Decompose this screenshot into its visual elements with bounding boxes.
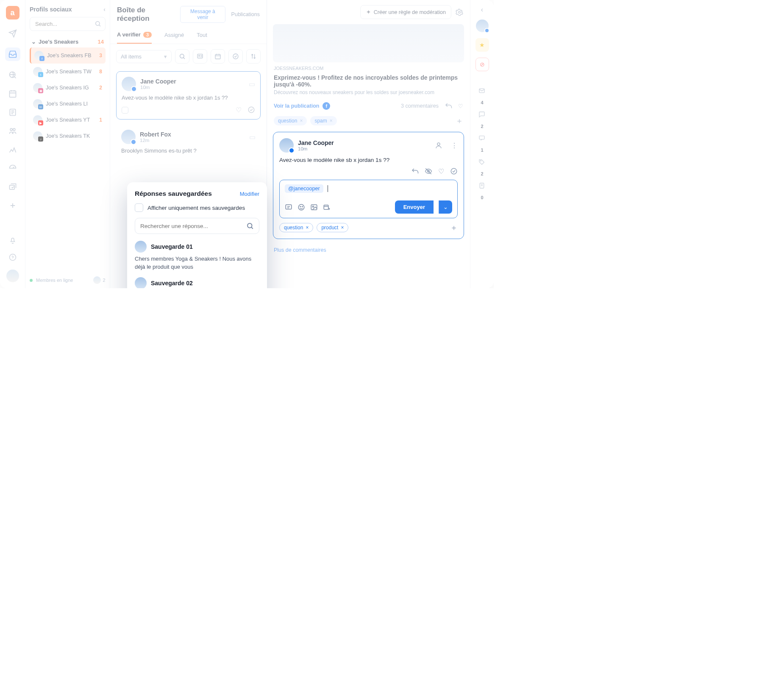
only-mine-checkbox[interactable] [135, 203, 143, 212]
profile-item-yt[interactable]: ▶ Joe's Sneakers YT 1 [30, 112, 106, 128]
date-filter-button[interactable] [211, 49, 225, 64]
heart-icon[interactable]: ♡ [236, 106, 242, 114]
create-rule-button[interactable]: ＋ Créer une règle de modération [360, 5, 451, 19]
search-icon[interactable] [246, 222, 254, 230]
hide-icon[interactable] [425, 167, 432, 175]
linkedin-icon: in [38, 104, 43, 109]
profile-item-fb[interactable]: f Joe's Sneakers FB 3 [30, 47, 106, 64]
collapse-right-icon[interactable]: ‹ [481, 6, 483, 14]
msg-checkbox[interactable] [122, 107, 128, 114]
remove-tag-icon[interactable]: × [306, 225, 309, 231]
tag-label: question [284, 225, 303, 231]
publications-tab[interactable]: Publications [231, 11, 260, 17]
chat-icon[interactable] [285, 203, 292, 211]
nav-team-icon[interactable] [8, 126, 17, 136]
app-logo[interactable]: a [6, 6, 19, 19]
nav-bell-icon[interactable] [8, 236, 17, 245]
tag-spam[interactable]: spam× [310, 116, 336, 125]
heart-icon[interactable]: ♡ [438, 167, 444, 175]
nav-analytics-icon[interactable] [8, 145, 17, 154]
msg-time: 10m [140, 85, 176, 90]
message-card-2[interactable]: Robert Fox 12m ▭ Brooklyn Simmons es-tu … [116, 125, 261, 159]
popover-search-input[interactable] [140, 223, 242, 229]
tag-icon[interactable] [478, 159, 487, 165]
message-card-1[interactable]: Jane Cooper 10m ▭ Avez-vous le modèle ni… [116, 71, 261, 120]
profile-item-tw[interactable]: t Joe's Sneakers TW 8 [30, 64, 106, 80]
nav-add-icon[interactable] [8, 201, 17, 210]
user-icon[interactable] [435, 142, 442, 149]
settings-icon[interactable] [456, 8, 463, 16]
reply-icon[interactable] [411, 167, 419, 175]
profile-item-tk[interactable]: ♪ Joe's Sneakers TK [30, 128, 106, 144]
remove-tag-icon[interactable]: × [341, 225, 344, 231]
nav-send-icon[interactable] [8, 29, 17, 38]
collapse-icon[interactable]: ‹ [103, 6, 106, 13]
reply-icon[interactable] [445, 102, 452, 110]
saved-title: Sauvegarde 02 [151, 280, 193, 287]
reply-tag-question[interactable]: question× [279, 223, 313, 232]
image-icon[interactable] [310, 203, 318, 211]
tab-assigned[interactable]: Assigné [164, 31, 184, 44]
profile-group-header[interactable]: ⌄Joe's Sneakers 14 [30, 36, 106, 47]
caret-down-icon: ▾ [164, 53, 167, 60]
nav-user-avatar[interactable] [6, 270, 19, 282]
saved-response-1[interactable]: Sauvegarde 01 Chers membres Yoga & Sneak… [135, 241, 259, 271]
remove-tag-icon[interactable]: × [330, 118, 333, 124]
remove-tag-icon[interactable]: × [300, 118, 303, 124]
popover-search[interactable] [135, 218, 259, 234]
add-tag-icon[interactable]: ＋ [450, 223, 458, 233]
send-button[interactable]: Envoyer [395, 200, 434, 214]
send-options-button[interactable]: ⌄ [439, 200, 452, 214]
tab-all[interactable]: Tout [197, 31, 207, 44]
more-icon[interactable]: ⋮ [451, 142, 458, 150]
saved-response-2[interactable]: Sauvegarde 02 Hello! Nous alimentons le … [135, 277, 259, 288]
search-icon-button[interactable] [175, 49, 189, 64]
mail-icon[interactable] [478, 87, 487, 94]
more-comments-link[interactable]: Plus de commentaires [274, 247, 326, 253]
members-count: 2 [103, 278, 105, 283]
star-chip[interactable]: ★ [475, 38, 489, 52]
block-chip[interactable]: ⊘ [475, 58, 489, 71]
chat-icon[interactable] [478, 135, 487, 142]
nav-globe-icon[interactable] [8, 70, 17, 80]
note-icon[interactable] [478, 182, 487, 189]
right-rail: ‹ ★ ⊘ 4 2 1 2 0 [470, 0, 494, 288]
nav-calendar-icon[interactable] [8, 89, 17, 98]
rail-count: 2 [481, 171, 483, 176]
reply-tag-product[interactable]: product× [317, 223, 348, 232]
emoji-icon[interactable] [297, 203, 305, 211]
mention-chip[interactable]: @janecooper [285, 184, 323, 193]
nav-inbox-icon[interactable] [5, 47, 20, 61]
filter-dropdown[interactable]: All items ▾ [116, 50, 172, 63]
check-filter-button[interactable] [228, 49, 243, 64]
profile-label: Joe's Sneakers TW [46, 69, 92, 75]
popover-edit-link[interactable]: Modifier [240, 191, 259, 197]
instagram-icon: ◉ [38, 88, 43, 93]
upcoming-message-button[interactable]: Message à venir [180, 6, 225, 23]
profile-item-ig[interactable]: ◉ Joe's Sneakers IG 2 [30, 80, 106, 96]
see-post-link[interactable]: Voir la publication f [274, 102, 330, 110]
tag-label: question [278, 118, 297, 124]
nav-library-icon[interactable] [8, 182, 17, 192]
comment-icon[interactable] [478, 111, 487, 118]
rail-avatar[interactable] [476, 19, 489, 32]
check-circle-icon[interactable] [450, 167, 458, 175]
member-avatar [93, 276, 101, 284]
nav-help-icon[interactable] [8, 253, 17, 262]
svg-point-7 [96, 22, 100, 25]
check-circle-icon[interactable] [247, 106, 255, 114]
msg-avatar [121, 130, 136, 144]
schedule-icon[interactable] [323, 203, 331, 211]
profile-item-li[interactable]: in Joe's Sneakers LI [30, 96, 106, 112]
profile-avatar: f [34, 51, 44, 60]
add-tag-icon[interactable]: ＋ [456, 116, 463, 126]
nav-notes-icon[interactable] [8, 108, 17, 117]
nav-dashboard-icon[interactable] [8, 164, 17, 173]
profile-count: 1 [99, 117, 102, 123]
tag-question[interactable]: question× [274, 116, 307, 125]
tab-verify[interactable]: A verifier 3 [117, 31, 152, 44]
sort-button[interactable] [246, 49, 261, 64]
search-icon[interactable] [95, 20, 101, 27]
user-filter-button[interactable] [193, 49, 207, 64]
heart-icon[interactable]: ♡ [458, 103, 463, 109]
